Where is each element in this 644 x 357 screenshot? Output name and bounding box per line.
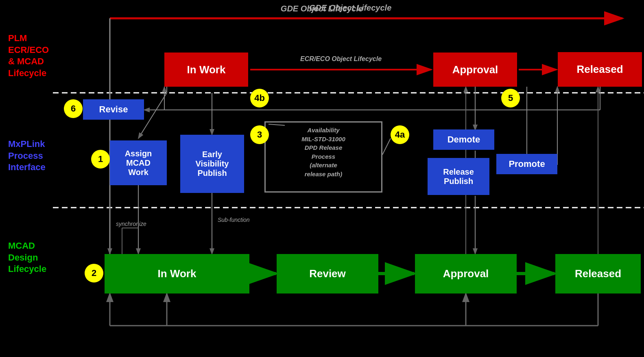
- mcad-in-work-box: In Work: [105, 254, 249, 293]
- mxplink-label: MxPLink Process Interface: [8, 138, 46, 173]
- annotation-box: Availability MIL-STD-31000 DPD Release P…: [264, 121, 382, 193]
- svg-text:ECR/ECO Object Lifecycle: ECR/ECO Object Lifecycle: [300, 55, 382, 62]
- top-arrow-label: GDE Object Lifecycle: [309, 3, 391, 13]
- plm-in-work-box: In Work: [164, 53, 248, 87]
- demote-box: Demote: [433, 129, 494, 150]
- plm-approval-box: Approval: [433, 53, 517, 87]
- release-publish-box: Release Publish: [428, 158, 489, 195]
- step-6-circle: 6: [64, 99, 83, 118]
- step-4b-circle: 4b: [250, 89, 269, 107]
- step-4a-circle: 4a: [391, 125, 409, 144]
- plm-lifecycle-label: PLM ECR/ECO & MCAD Lifecycle: [8, 33, 49, 79]
- assign-mcad-box: Assign MCAD Work: [110, 140, 167, 185]
- mcad-lifecycle-label: MCAD Design Lifecycle: [8, 240, 46, 275]
- mcad-approval-box: Approval: [415, 254, 517, 293]
- early-visibility-box: Early Visibility Publish: [180, 135, 244, 193]
- svg-text:Sub-function: Sub-function: [218, 217, 250, 223]
- plm-released-box: Released: [558, 52, 642, 87]
- step-3-circle: 3: [250, 125, 269, 144]
- step-2-circle: 2: [85, 264, 103, 283]
- step-5-circle: 5: [501, 89, 520, 107]
- mcad-review-box: Review: [277, 254, 378, 293]
- revise-box: Revise: [83, 99, 144, 120]
- diagram-container: GDE Object Lifecycle ECR/ECO Object Life…: [0, 0, 644, 357]
- step-1-circle: 1: [91, 150, 110, 169]
- promote-box: Promote: [496, 154, 557, 174]
- svg-line-53: [382, 138, 391, 155]
- mcad-released-box: Released: [555, 254, 641, 293]
- svg-text:synchronize: synchronize: [116, 221, 146, 227]
